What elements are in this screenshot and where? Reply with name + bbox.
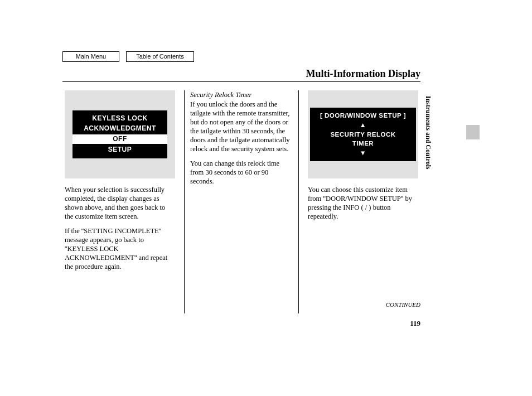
- section-subhead: Security Relock Timer: [190, 90, 293, 99]
- triangle-up-icon: ▲: [316, 120, 410, 130]
- display-figure-1: KEYLESS LOCK ACKNOWLEDGMENT OFF SETUP: [65, 90, 175, 178]
- manual-page: Main Menu Table of Contents Multi-Inform…: [62, 51, 464, 336]
- body-paragraph: You can change this relock time from 30 …: [190, 159, 293, 186]
- lcd-line: SETUP: [78, 145, 162, 154]
- lcd-line: KEYLESS LOCK: [78, 114, 162, 123]
- title-rule: [62, 81, 420, 82]
- display-figure-2: [ DOOR/WINDOW SETUP ] ▲ SECURITY RELOCK …: [308, 90, 418, 178]
- main-menu-button[interactable]: Main Menu: [62, 51, 119, 62]
- section-tab-label: Instruments and Controls: [425, 96, 432, 170]
- lcd-line: SECURITY RELOCK: [316, 130, 410, 139]
- column-1: KEYLESS LOCK ACKNOWLEDGMENT OFF SETUP Wh…: [62, 90, 177, 313]
- lcd-door-window-setup: [ DOOR/WINDOW SETUP ] ▲ SECURITY RELOCK …: [310, 108, 416, 161]
- body-paragraph: When your selection is successfully comp…: [65, 185, 175, 221]
- body-paragraph: If the ''SETTING INCOMPLETE'' message ap…: [65, 226, 175, 271]
- lcd-line: TIMER: [316, 139, 410, 148]
- column-3: [ DOOR/WINDOW SETUP ] ▲ SECURITY RELOCK …: [306, 90, 420, 313]
- page-title: Multi-Information Display: [306, 68, 420, 80]
- body-paragraph: If you unlock the doors and the tailgate…: [190, 100, 293, 153]
- triangle-down-icon: ▼: [316, 148, 410, 158]
- content-columns: KEYLESS LOCK ACKNOWLEDGMENT OFF SETUP Wh…: [62, 90, 420, 313]
- top-nav: Main Menu Table of Contents: [62, 51, 194, 62]
- column-2: Security Relock Timer If you unlock the …: [184, 90, 299, 313]
- section-tab: [466, 125, 480, 139]
- lcd-line-selected: OFF: [72, 134, 167, 144]
- body-paragraph: You can choose this customize item from …: [308, 185, 418, 221]
- page-number: 119: [410, 319, 420, 328]
- lcd-line: [ DOOR/WINDOW SETUP ]: [316, 111, 410, 120]
- lcd-line: ACKNOWLEDGMENT: [78, 124, 162, 133]
- continued-label: CONTINUED: [386, 301, 420, 308]
- lcd-keyless-lock: KEYLESS LOCK ACKNOWLEDGMENT OFF SETUP: [72, 110, 167, 158]
- table-of-contents-button[interactable]: Table of Contents: [126, 51, 194, 62]
